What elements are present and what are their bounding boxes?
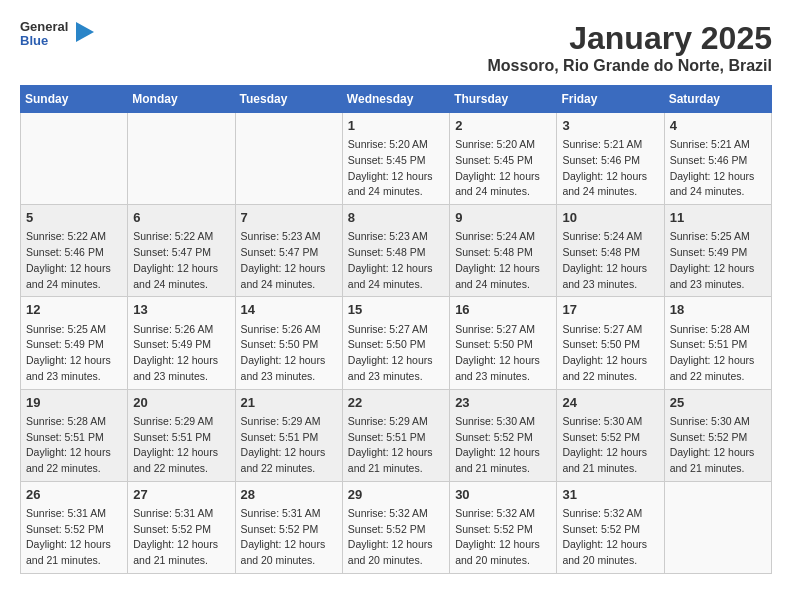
day-number: 13	[133, 301, 229, 319]
sunrise-text: Sunrise: 5:28 AM	[26, 415, 106, 427]
cell-content: Sunrise: 5:32 AMSunset: 5:52 PMDaylight:…	[455, 506, 551, 569]
daylight-text: Daylight: 12 hours and 23 minutes.	[133, 354, 218, 382]
sunset-text: Sunset: 5:49 PM	[26, 338, 104, 350]
sunrise-text: Sunrise: 5:27 AM	[562, 323, 642, 335]
sunset-text: Sunset: 5:45 PM	[348, 154, 426, 166]
daylight-text: Daylight: 12 hours and 23 minutes.	[562, 262, 647, 290]
day-number: 5	[26, 209, 122, 227]
daylight-text: Daylight: 12 hours and 20 minutes.	[241, 538, 326, 566]
calendar-week-row: 12Sunrise: 5:25 AMSunset: 5:49 PMDayligh…	[21, 297, 772, 389]
daylight-text: Daylight: 12 hours and 22 minutes.	[26, 446, 111, 474]
title-section: January 2025 Mossoro, Rio Grande do Nort…	[488, 20, 772, 75]
day-number: 3	[562, 117, 658, 135]
sunset-text: Sunset: 5:52 PM	[241, 523, 319, 535]
sunrise-text: Sunrise: 5:20 AM	[455, 138, 535, 150]
day-number: 8	[348, 209, 444, 227]
sunset-text: Sunset: 5:51 PM	[241, 431, 319, 443]
day-of-week-header: Tuesday	[235, 86, 342, 113]
cell-content: Sunrise: 5:21 AMSunset: 5:46 PMDaylight:…	[562, 137, 658, 200]
sunset-text: Sunset: 5:48 PM	[455, 246, 533, 258]
day-number: 7	[241, 209, 337, 227]
sunrise-text: Sunrise: 5:30 AM	[562, 415, 642, 427]
day-of-week-header: Monday	[128, 86, 235, 113]
calendar-cell	[128, 113, 235, 205]
calendar-cell	[21, 113, 128, 205]
sunset-text: Sunset: 5:49 PM	[670, 246, 748, 258]
calendar-cell: 20Sunrise: 5:29 AMSunset: 5:51 PMDayligh…	[128, 389, 235, 481]
daylight-text: Daylight: 12 hours and 24 minutes.	[670, 170, 755, 198]
day-number: 12	[26, 301, 122, 319]
sunrise-text: Sunrise: 5:20 AM	[348, 138, 428, 150]
daylight-text: Daylight: 12 hours and 22 minutes.	[562, 354, 647, 382]
logo-arrow-icon	[76, 22, 94, 42]
daylight-text: Daylight: 12 hours and 23 minutes.	[26, 354, 111, 382]
daylight-text: Daylight: 12 hours and 20 minutes.	[562, 538, 647, 566]
cell-content: Sunrise: 5:31 AMSunset: 5:52 PMDaylight:…	[133, 506, 229, 569]
cell-content: Sunrise: 5:30 AMSunset: 5:52 PMDaylight:…	[670, 414, 766, 477]
daylight-text: Daylight: 12 hours and 24 minutes.	[348, 170, 433, 198]
calendar-cell: 25Sunrise: 5:30 AMSunset: 5:52 PMDayligh…	[664, 389, 771, 481]
daylight-text: Daylight: 12 hours and 21 minutes.	[348, 446, 433, 474]
sunrise-text: Sunrise: 5:32 AM	[455, 507, 535, 519]
day-number: 19	[26, 394, 122, 412]
sunrise-text: Sunrise: 5:29 AM	[133, 415, 213, 427]
cell-content: Sunrise: 5:25 AMSunset: 5:49 PMDaylight:…	[26, 322, 122, 385]
calendar-table: SundayMondayTuesdayWednesdayThursdayFrid…	[20, 85, 772, 574]
calendar-cell: 31Sunrise: 5:32 AMSunset: 5:52 PMDayligh…	[557, 481, 664, 573]
sunrise-text: Sunrise: 5:30 AM	[670, 415, 750, 427]
calendar-week-row: 5Sunrise: 5:22 AMSunset: 5:46 PMDaylight…	[21, 205, 772, 297]
day-number: 1	[348, 117, 444, 135]
daylight-text: Daylight: 12 hours and 20 minutes.	[348, 538, 433, 566]
day-number: 22	[348, 394, 444, 412]
daylight-text: Daylight: 12 hours and 21 minutes.	[455, 446, 540, 474]
day-number: 18	[670, 301, 766, 319]
sunrise-text: Sunrise: 5:24 AM	[562, 230, 642, 242]
calendar-cell: 18Sunrise: 5:28 AMSunset: 5:51 PMDayligh…	[664, 297, 771, 389]
day-number: 28	[241, 486, 337, 504]
sunrise-text: Sunrise: 5:29 AM	[348, 415, 428, 427]
sunrise-text: Sunrise: 5:25 AM	[670, 230, 750, 242]
sunrise-text: Sunrise: 5:21 AM	[670, 138, 750, 150]
sunrise-text: Sunrise: 5:28 AM	[670, 323, 750, 335]
day-number: 10	[562, 209, 658, 227]
daylight-text: Daylight: 12 hours and 24 minutes.	[455, 170, 540, 198]
day-number: 26	[26, 486, 122, 504]
sunset-text: Sunset: 5:52 PM	[348, 523, 426, 535]
sunset-text: Sunset: 5:47 PM	[133, 246, 211, 258]
cell-content: Sunrise: 5:24 AMSunset: 5:48 PMDaylight:…	[455, 229, 551, 292]
sunset-text: Sunset: 5:52 PM	[670, 431, 748, 443]
cell-content: Sunrise: 5:31 AMSunset: 5:52 PMDaylight:…	[241, 506, 337, 569]
day-number: 24	[562, 394, 658, 412]
daylight-text: Daylight: 12 hours and 22 minutes.	[241, 446, 326, 474]
sunset-text: Sunset: 5:50 PM	[241, 338, 319, 350]
day-of-week-header: Wednesday	[342, 86, 449, 113]
sunset-text: Sunset: 5:52 PM	[562, 431, 640, 443]
day-number: 4	[670, 117, 766, 135]
sunset-text: Sunset: 5:52 PM	[455, 431, 533, 443]
daylight-text: Daylight: 12 hours and 21 minutes.	[562, 446, 647, 474]
day-number: 14	[241, 301, 337, 319]
cell-content: Sunrise: 5:21 AMSunset: 5:46 PMDaylight:…	[670, 137, 766, 200]
day-number: 17	[562, 301, 658, 319]
sunrise-text: Sunrise: 5:32 AM	[562, 507, 642, 519]
day-number: 9	[455, 209, 551, 227]
day-number: 2	[455, 117, 551, 135]
calendar-cell: 17Sunrise: 5:27 AMSunset: 5:50 PMDayligh…	[557, 297, 664, 389]
sunrise-text: Sunrise: 5:22 AM	[133, 230, 213, 242]
sunset-text: Sunset: 5:52 PM	[26, 523, 104, 535]
calendar-cell: 30Sunrise: 5:32 AMSunset: 5:52 PMDayligh…	[450, 481, 557, 573]
sunrise-text: Sunrise: 5:26 AM	[133, 323, 213, 335]
daylight-text: Daylight: 12 hours and 24 minutes.	[241, 262, 326, 290]
calendar-week-row: 1Sunrise: 5:20 AMSunset: 5:45 PMDaylight…	[21, 113, 772, 205]
cell-content: Sunrise: 5:30 AMSunset: 5:52 PMDaylight:…	[562, 414, 658, 477]
cell-content: Sunrise: 5:23 AMSunset: 5:48 PMDaylight:…	[348, 229, 444, 292]
calendar-cell: 8Sunrise: 5:23 AMSunset: 5:48 PMDaylight…	[342, 205, 449, 297]
calendar-cell: 26Sunrise: 5:31 AMSunset: 5:52 PMDayligh…	[21, 481, 128, 573]
logo-general: General	[20, 20, 68, 34]
day-number: 30	[455, 486, 551, 504]
cell-content: Sunrise: 5:32 AMSunset: 5:52 PMDaylight:…	[562, 506, 658, 569]
daylight-text: Daylight: 12 hours and 21 minutes.	[26, 538, 111, 566]
daylight-text: Daylight: 12 hours and 21 minutes.	[133, 538, 218, 566]
daylight-text: Daylight: 12 hours and 24 minutes.	[348, 262, 433, 290]
logo-blue: Blue	[20, 34, 68, 48]
